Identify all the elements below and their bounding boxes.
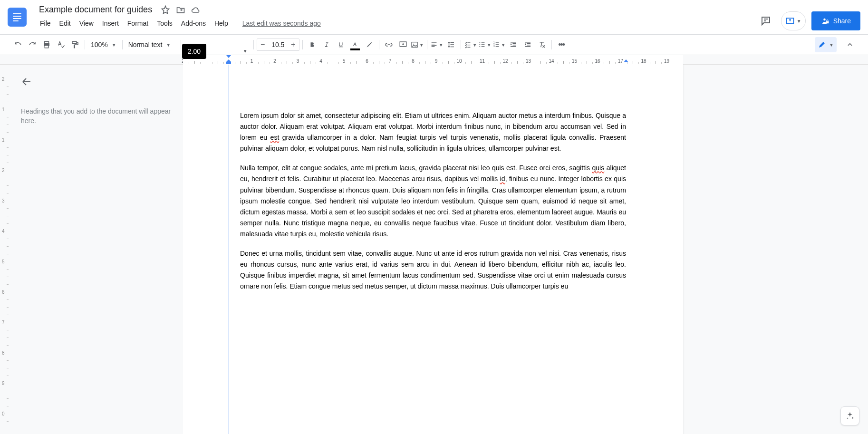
italic-button[interactable]: [320, 38, 333, 51]
chevron-down-icon: ▼: [419, 42, 424, 48]
app-header: Example document for guides File Edit Vi…: [0, 0, 868, 34]
svg-point-10: [479, 42, 480, 43]
editing-mode-button[interactable]: ▼: [815, 37, 837, 52]
more-tools-button[interactable]: •••: [555, 38, 568, 51]
share-button[interactable]: Share: [811, 11, 860, 30]
numbered-list-button[interactable]: 123▼: [492, 38, 506, 51]
present-button[interactable]: ▼: [781, 11, 806, 30]
add-comment-button[interactable]: [396, 38, 410, 51]
decrease-indent-button[interactable]: [507, 38, 520, 51]
paragraph[interactable]: Lorem ipsum dolor sit amet, consectetur …: [240, 110, 626, 154]
vertical-ruler[interactable]: 211234567890: [0, 65, 10, 434]
document-page[interactable]: Lorem ipsum dolor sit amet, consectetur …: [183, 65, 683, 434]
menu-file[interactable]: File: [36, 18, 55, 29]
svg-rect-5: [45, 46, 48, 48]
paragraph[interactable]: Nulla tempor, elit at congue sodales, an…: [240, 163, 626, 240]
highlight-button[interactable]: [363, 38, 376, 51]
chevron-down-icon: ▼: [473, 42, 477, 48]
svg-rect-3: [45, 41, 49, 43]
docs-logo[interactable]: [8, 8, 27, 27]
cloud-saved-icon[interactable]: [191, 5, 201, 15]
comment-icon: [760, 15, 772, 27]
paragraph[interactable]: Donec et urna mollis, tincidunt sem vita…: [240, 248, 626, 292]
title-area: Example document for guides File Edit Vi…: [32, 4, 756, 29]
horizontal-ruler[interactable]: 2 1 12345678910111213141516171819: [0, 55, 868, 65]
svg-text:3: 3: [493, 45, 495, 48]
chevron-down-icon: ▼: [797, 19, 801, 24]
clear-formatting-button[interactable]: [535, 38, 549, 51]
chevron-down-icon: ▼: [166, 42, 171, 48]
svg-point-9: [413, 44, 414, 45]
menu-insert[interactable]: Insert: [98, 18, 123, 29]
header-actions: ▼ Share: [756, 11, 860, 30]
outline-panel: Headings that you add to the document wi…: [10, 65, 183, 434]
document-area[interactable]: Lorem ipsum dolor sit amet, consectetur …: [183, 65, 868, 434]
last-edit-link[interactable]: Last edit was seconds ago: [239, 18, 325, 29]
right-indent-marker[interactable]: [624, 59, 628, 62]
chevron-down-icon: ▼: [829, 42, 834, 48]
first-line-indent-marker[interactable]: [226, 55, 231, 58]
bold-button[interactable]: [306, 38, 319, 51]
increase-font-button[interactable]: +: [288, 39, 299, 50]
undo-button[interactable]: [11, 38, 25, 51]
svg-point-11: [479, 44, 480, 45]
person-lock-icon: [821, 17, 829, 25]
menu-addons[interactable]: Add-ons: [177, 18, 210, 29]
insert-image-button[interactable]: ▼: [411, 38, 424, 51]
font-size-input[interactable]: 10.5: [269, 41, 288, 48]
font-size-control: − 10.5 +: [257, 39, 299, 51]
margin-guide-line: [229, 65, 229, 434]
bulleted-list-button[interactable]: ▼: [478, 38, 492, 51]
toolbar: 100%▼ Normal text▼ 2.00 ▼ − 10.5 + ▼ ▼ ▼…: [0, 34, 868, 55]
menu-edit[interactable]: Edit: [56, 18, 75, 29]
chevron-down-icon: ▼: [243, 48, 248, 54]
move-icon[interactable]: [176, 5, 185, 15]
star-icon[interactable]: [161, 5, 170, 15]
line-spacing-button[interactable]: [444, 38, 458, 51]
menu-view[interactable]: View: [76, 18, 97, 29]
chevron-down-icon: ▼: [487, 42, 492, 48]
indent-tooltip: 2.00: [182, 44, 206, 59]
menu-bar: File Edit View Insert Format Tools Add-o…: [32, 18, 756, 29]
print-button[interactable]: [40, 38, 53, 51]
underline-button[interactable]: [334, 38, 347, 51]
document-body[interactable]: Lorem ipsum dolor sit amet, consectetur …: [240, 110, 626, 292]
pencil-icon: [818, 40, 826, 49]
present-icon: [785, 16, 795, 26]
menu-help[interactable]: Help: [211, 18, 232, 29]
svg-rect-6: [72, 41, 77, 44]
chevron-down-icon: ▼: [439, 42, 444, 48]
sparkle-icon: [845, 411, 855, 421]
paragraph-style-select[interactable]: Normal text▼: [125, 38, 178, 51]
document-title[interactable]: Example document for guides: [36, 4, 155, 16]
workspace: 211234567890 Headings that you add to th…: [0, 65, 868, 434]
menu-format[interactable]: Format: [124, 18, 152, 29]
explore-button[interactable]: [840, 406, 859, 425]
text-color-button[interactable]: [348, 38, 362, 51]
comment-history-button[interactable]: [756, 11, 775, 30]
chevron-down-icon: ▼: [501, 42, 506, 48]
checklist-button[interactable]: ▼: [464, 38, 477, 51]
zoom-select[interactable]: 100%▼: [88, 38, 119, 51]
share-label: Share: [833, 17, 851, 25]
decrease-font-button[interactable]: −: [257, 39, 269, 50]
back-arrow-icon[interactable]: [21, 76, 32, 87]
menu-tools[interactable]: Tools: [153, 18, 176, 29]
spellcheck-button[interactable]: [54, 38, 68, 51]
insert-link-button[interactable]: [382, 38, 395, 51]
chevron-down-icon: ▼: [112, 42, 116, 48]
redo-button[interactable]: [26, 38, 39, 51]
increase-indent-button[interactable]: [521, 38, 534, 51]
svg-point-1: [823, 19, 826, 21]
collapse-toolbar-button[interactable]: [843, 38, 857, 51]
left-indent-marker[interactable]: [226, 62, 231, 64]
align-button[interactable]: ▼: [430, 38, 444, 51]
svg-rect-2: [826, 21, 829, 24]
outline-placeholder: Headings that you add to the document wi…: [21, 106, 172, 125]
svg-point-12: [479, 46, 480, 47]
paint-format-button[interactable]: [68, 38, 82, 51]
docs-logo-icon: [13, 13, 21, 21]
